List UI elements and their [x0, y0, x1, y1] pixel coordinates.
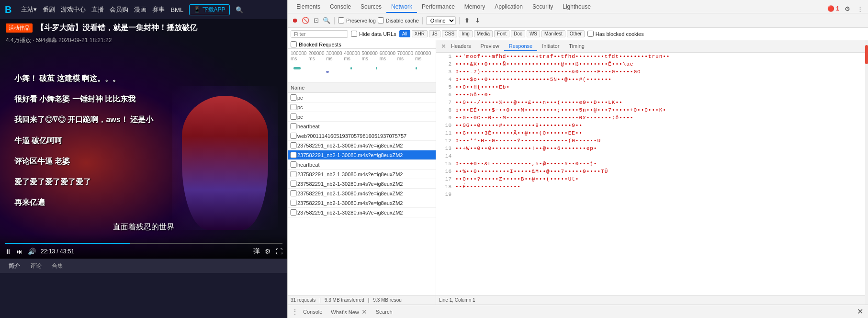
filter-tag-other[interactable]: Other	[567, 30, 585, 37]
nav-main[interactable]: 主站▾	[21, 5, 37, 14]
filter-tag-doc[interactable]: Doc	[511, 30, 525, 37]
has-blocked-checkbox[interactable]	[587, 31, 594, 37]
request-row-5[interactable]: 237582291_nb2-1-30080.m4s?e=ig8euxZM2	[288, 141, 436, 150]
filter-tag-ws[interactable]: WS	[527, 30, 540, 37]
more-menu-button[interactable]: ⋮	[856, 4, 864, 13]
req-checkbox-7[interactable]	[290, 161, 297, 168]
request-row-2[interactable]: pc	[288, 112, 436, 122]
resp-tab-preview[interactable]: Preview	[476, 42, 504, 51]
search-button[interactable]: 🔍	[322, 16, 331, 25]
devtools-close-button[interactable]: ✕	[856, 307, 864, 316]
next-button[interactable]: ⏭	[16, 248, 23, 255]
filter-tag-font[interactable]: Font	[494, 30, 509, 37]
nav-match[interactable]: 赛事	[152, 5, 165, 14]
response-panel-close[interactable]: ✕	[441, 43, 446, 50]
import-button[interactable]: ⬆	[463, 16, 472, 25]
req-checkbox-0[interactable]	[290, 94, 297, 101]
request-row-6[interactable]: 237582291_nb2-1-30080.m4s?e=ig8euxZM2	[288, 150, 436, 160]
nav-download[interactable]: 📱 下载APP	[189, 4, 229, 15]
tab-security[interactable]: Security	[528, 1, 558, 13]
filter-tag-all[interactable]: All	[399, 30, 410, 37]
tl-label-1: 100000 ms	[291, 51, 308, 61]
nav-drama[interactable]: 番剧	[43, 5, 55, 14]
search-tab[interactable]: Search	[372, 307, 396, 316]
record-button[interactable]: ⏺	[291, 16, 299, 25]
req-name-1: pc	[297, 104, 434, 110]
nav-live[interactable]: 直播	[91, 5, 104, 14]
req-checkbox-2[interactable]	[290, 114, 297, 120]
filter-tag-js[interactable]: JS	[429, 30, 440, 37]
nav-member[interactable]: 会员购	[110, 5, 128, 14]
fullscreen-button[interactable]: ⛶	[276, 248, 282, 255]
request-row-12[interactable]: 237582291_nb2-1-30280.m4s?e=ig8euxZM2	[288, 208, 436, 217]
nav-bml[interactable]: BML	[170, 6, 183, 13]
request-row-3[interactable]: heartbeat	[288, 122, 436, 131]
resp-tab-response[interactable]: Response	[504, 42, 538, 51]
resp-tab-headers[interactable]: Headers	[446, 42, 476, 51]
disable-cache-checkbox[interactable]	[378, 17, 384, 23]
response-content[interactable]: 1 ••'moof•••mfhd••••••••Htraf••tfhd•••••…	[436, 53, 868, 295]
nav-game[interactable]: 游戏中心	[61, 5, 86, 14]
devtools-menu-icon[interactable]: ⋮	[292, 308, 298, 316]
resp-tab-timing[interactable]: Timing	[564, 42, 589, 51]
nav-search-icon[interactable]: 🔍	[236, 6, 243, 13]
tab-network[interactable]: Network	[386, 1, 417, 13]
tab-memory[interactable]: Memory	[460, 1, 490, 13]
tab-intro[interactable]: 简介	[5, 261, 24, 271]
request-row-0[interactable]: pc	[288, 93, 436, 102]
site-logo[interactable]: B	[5, 4, 11, 15]
tab-lighthouse[interactable]: Lighthouse	[558, 1, 596, 13]
tab-console[interactable]: Console	[325, 1, 356, 13]
req-checkbox-9[interactable]	[290, 181, 297, 187]
filter-tag-xhr[interactable]: XHR	[412, 30, 428, 37]
throttle-select[interactable]: Online	[426, 16, 456, 25]
blocked-requests-checkbox[interactable]	[291, 41, 297, 47]
tab-comments[interactable]: 评论	[26, 261, 45, 271]
filter-tag-media[interactable]: Media	[474, 30, 493, 37]
disable-cache-label: Disable cache	[386, 18, 419, 23]
tab-elements[interactable]: Elements	[292, 1, 325, 13]
filter-icon[interactable]: ⊡	[312, 16, 320, 25]
req-checkbox-11[interactable]	[290, 200, 297, 206]
hide-data-urls-checkbox[interactable]	[351, 31, 357, 37]
filter-input[interactable]	[291, 30, 348, 38]
request-row-4[interactable]: web?001114160519370579816051937075757	[288, 131, 436, 141]
clear-button[interactable]: 🚫	[301, 16, 310, 25]
req-checkbox-4[interactable]	[290, 133, 297, 139]
danmaku-toggle[interactable]: 弹	[253, 247, 260, 256]
tl-bar-2	[326, 71, 329, 73]
whats-new-close[interactable]: ✕	[361, 308, 367, 316]
request-row-8[interactable]: 237582291_nb2-1-30080.m4s?e=ig8euxZM2	[288, 170, 436, 179]
console-tab[interactable]: Console	[299, 307, 326, 316]
filter-tag-css[interactable]: CSS	[442, 30, 458, 37]
req-checkbox-12[interactable]	[290, 209, 297, 216]
req-checkbox-8[interactable]	[290, 171, 297, 177]
tab-sources[interactable]: Sources	[356, 1, 386, 13]
request-row-7[interactable]: heartbeat	[288, 160, 436, 170]
settings-button[interactable]: ⚙	[843, 4, 852, 13]
resp-tab-initiator[interactable]: Initiator	[537, 42, 564, 51]
play-button[interactable]: ⏸	[5, 248, 11, 255]
controls-row: ⏸ ⏭ 🔊 22:13 / 43:51 弹 ⚙ ⛶	[5, 247, 282, 256]
request-row-9[interactable]: 237582291_nb2-1-30280.m4s?e=ig8euxZM2	[288, 179, 436, 189]
nav-manga[interactable]: 漫画	[134, 5, 147, 14]
tab-playlist[interactable]: 合集	[48, 261, 67, 271]
tab-performance[interactable]: Performance	[417, 1, 460, 13]
filter-tag-img[interactable]: Img	[459, 30, 473, 37]
filter-tag-manifest[interactable]: Manifest	[541, 30, 565, 37]
request-row-11[interactable]: 237582291_nb2-1-30080.m4s?e=ig8euxZM2	[288, 198, 436, 208]
export-button[interactable]: ⬇	[473, 16, 482, 25]
tab-application[interactable]: Application	[490, 1, 528, 13]
req-checkbox-5[interactable]	[290, 142, 297, 148]
progress-bar[interactable]	[5, 243, 282, 244]
whats-new-tab[interactable]: What's New ✕	[327, 307, 371, 317]
request-row-1[interactable]: pc	[288, 102, 436, 112]
req-checkbox-3[interactable]	[290, 123, 297, 129]
volume-icon[interactable]: 🔊	[28, 248, 36, 255]
preserve-log-checkbox[interactable]	[338, 17, 344, 23]
req-checkbox-10[interactable]	[290, 190, 297, 196]
req-checkbox-6[interactable]	[290, 152, 297, 158]
request-row-10[interactable]: 237582291_nb2-1-30080.m4s?e=ig8euxZM2	[288, 189, 436, 198]
req-checkbox-1[interactable]	[290, 104, 297, 110]
settings-icon[interactable]: ⚙	[265, 248, 271, 255]
